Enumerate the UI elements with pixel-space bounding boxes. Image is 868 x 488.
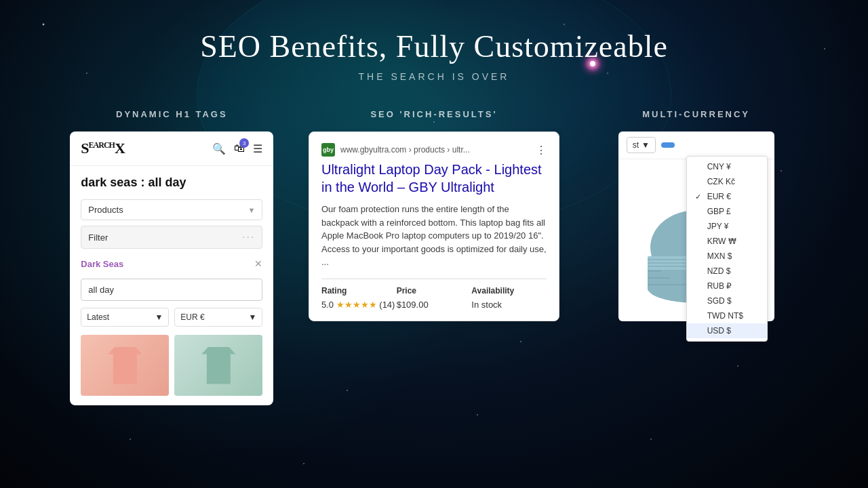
cart-badge[interactable]: 🛍 3 xyxy=(234,142,245,155)
currency-option-mxn[interactable]: MXN $ xyxy=(687,249,767,264)
section-seo: SEO 'RICH-RESULTS' gby www.gbyultra.com … xyxy=(329,109,539,321)
menu-icon[interactable]: ☰ xyxy=(253,142,262,155)
currency-button[interactable] xyxy=(661,142,675,148)
products-row xyxy=(81,335,262,396)
active-tag[interactable]: Dark Seas xyxy=(81,259,123,269)
currency-selector-text: st xyxy=(633,140,639,150)
page-title: SEO Benefits, Fully Customizeable xyxy=(0,0,868,64)
products-label: Products xyxy=(88,205,123,215)
latest-label: Latest xyxy=(87,312,109,322)
currency-card: st ▼ CNY ¥ CZK Kč xyxy=(618,131,774,321)
col-rating: Rating xyxy=(321,286,397,296)
product-thumb-2[interactable] xyxy=(174,335,262,396)
latest-select[interactable]: Latest ▼ xyxy=(81,308,169,327)
searchx-icons: 🔍 🛍 3 ☰ xyxy=(212,142,262,155)
currency-header: st ▼ xyxy=(618,131,774,159)
currency-label: EUR € xyxy=(180,312,204,322)
currency-option-krw[interactable]: KRW ₩ xyxy=(687,234,767,249)
site-url: www.gbyultra.com › products › ultr... xyxy=(340,145,470,155)
search-icon[interactable]: 🔍 xyxy=(212,142,226,155)
currency-option-twd[interactable]: TWD NT$ xyxy=(687,308,767,323)
product-image-2 xyxy=(201,347,235,384)
search-input[interactable]: all day xyxy=(81,279,262,301)
product-thumb-1[interactable] xyxy=(81,335,169,396)
seo-site-info: gby www.gbyultra.com › products › ultr..… xyxy=(321,143,470,157)
section-label-h1: DYNAMIC H1 TAGS xyxy=(116,109,228,119)
site-favicon: gby xyxy=(321,143,335,157)
currency-option-rub[interactable]: RUB ₽ xyxy=(687,279,767,293)
availability-value: In stock xyxy=(471,300,547,310)
filter-dots: ··· xyxy=(242,231,255,243)
sort-row: Latest ▼ EUR € ▼ xyxy=(81,308,262,327)
searchx-card: SEARCHX 🔍 🛍 3 ☰ dark seas : all day xyxy=(70,131,273,405)
currency-option-sgd[interactable]: SGD $ xyxy=(687,293,767,308)
section-label-seo: SEO 'RICH-RESULTS' xyxy=(370,109,497,119)
col-availability: Availability xyxy=(471,286,547,296)
page-subtitle: THE SEARCH IS OVER xyxy=(0,71,868,82)
searchx-body: dark seas : all day Products ▼ Filter ··… xyxy=(70,166,273,405)
chevron-down-icon: ▼ xyxy=(248,206,255,214)
cart-count: 3 xyxy=(239,138,249,148)
currency-option-nzd[interactable]: NZD $ xyxy=(687,264,767,279)
section-label-currency: MULTI-CURRENCY xyxy=(642,109,750,119)
currency-option-czk[interactable]: CZK Kč xyxy=(687,174,767,189)
filter-label: Filter xyxy=(88,232,108,243)
searchx-header: SEARCHX 🔍 🛍 3 ☰ xyxy=(70,131,273,166)
seo-card-header: gby www.gbyultra.com › products › ultr..… xyxy=(321,143,547,157)
currency-selector-chevron: ▼ xyxy=(642,140,650,150)
currency-option-usd[interactable]: USD $ xyxy=(687,323,767,338)
rating-value: 5.0 ★★★★★ (14) xyxy=(321,300,397,310)
currency-option-cny[interactable]: CNY ¥ xyxy=(687,159,767,174)
products-filter-row[interactable]: Products ▼ xyxy=(81,199,262,220)
seo-description: Our foam protection runs the entire leng… xyxy=(321,203,547,269)
latest-chevron: ▼ xyxy=(155,312,163,322)
price-value: $109.00 xyxy=(397,300,472,310)
stars-icon: ★★★★★ xyxy=(336,300,377,310)
seo-table-header: Rating Price Availability xyxy=(321,286,547,296)
currency-option-gbp[interactable]: GBP £ xyxy=(687,204,767,219)
currency-select[interactable]: EUR € ▼ xyxy=(174,308,262,327)
currency-chevron: ▼ xyxy=(248,312,256,322)
filter-row[interactable]: Filter ··· xyxy=(81,226,262,249)
currency-dropdown: CNY ¥ CZK Kč ✓ EUR € GBP £ xyxy=(686,156,768,342)
search-query: dark seas : all day xyxy=(81,176,262,190)
seo-rich-table: Rating Price Availability 5.0 ★★★★★ (14)… xyxy=(321,279,547,310)
section-currency: MULTI-CURRENCY st ▼ CNY ¥ xyxy=(591,109,802,321)
col-price: Price xyxy=(397,286,472,296)
tag-close-icon[interactable]: ✕ xyxy=(254,258,262,269)
seo-menu-icon[interactable]: ⋮ xyxy=(536,144,547,157)
tag-row: Dark Seas ✕ xyxy=(81,254,262,273)
section-dynamic-h1: DYNAMIC H1 TAGS SEARCHX 🔍 🛍 3 ☰ xyxy=(66,109,277,405)
currency-option-jpy[interactable]: JPY ¥ xyxy=(687,219,767,234)
currency-option-eur[interactable]: ✓ EUR € xyxy=(687,189,767,204)
sections-row: DYNAMIC H1 TAGS SEARCHX 🔍 🛍 3 ☰ xyxy=(0,109,868,405)
currency-selector[interactable]: st ▼ xyxy=(627,137,656,153)
seo-card: gby www.gbyultra.com › products › ultr..… xyxy=(309,131,559,321)
seo-table-row: 5.0 ★★★★★ (14) $109.00 In stock xyxy=(321,300,547,310)
searchx-logo: SEARCHX xyxy=(81,140,124,157)
product-image-1 xyxy=(108,347,142,384)
seo-result-title[interactable]: Ultralight Laptop Day Pack - Lightest in… xyxy=(321,161,547,196)
